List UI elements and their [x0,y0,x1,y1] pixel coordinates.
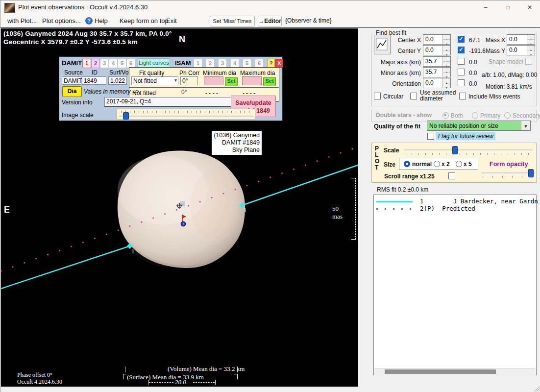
memory-min-dia: - - - - [205,90,218,97]
version-info-label: Version info [62,99,93,106]
col-id: ID [92,69,98,76]
menu-help[interactable]: Help [95,17,108,24]
list-horizontal-scrollbar[interactable] [374,368,536,375]
set-min-button[interactable]: Set [225,77,238,86]
set-max-button[interactable]: Set [263,77,276,86]
circular-label: Circular [383,93,403,100]
major-axis-offset: 0.0 [469,59,477,66]
motion-label: Motion: 3.81 km/s [486,83,532,90]
include-miss-label: Include Miss events [468,93,520,100]
ph-corr-field[interactable]: 0° [180,76,198,85]
size-normal-radio[interactable] [404,161,410,167]
damit-model-4[interactable]: 4 [109,59,118,68]
mass-x-label: Mass X [485,37,505,44]
size-normal-label: normal [412,161,432,168]
source-field[interactable]: DAMIT [62,76,81,85]
mass-x-spinner[interactable]: 0.0 [507,34,535,45]
help-icon: ? [85,17,93,24]
scrollbar-thumb[interactable] [385,369,496,374]
id-field[interactable]: 1849 [82,76,106,85]
memory-ph-corr: 0° [181,89,187,96]
center-y-checkbox[interactable] [458,47,465,53]
damit-model-1[interactable]: 1 [82,59,91,68]
menu-with-plot[interactable]: with Plot... [7,17,37,24]
center-y-offset: -191.6 [469,48,486,54]
size-x2-radio[interactable] [434,161,440,167]
form-opacity-slider[interactable] [482,168,535,179]
image-scale-slider[interactable] [117,109,255,120]
close-button[interactable]: ✕ [521,1,538,13]
minor-axis-checkbox[interactable] [458,69,465,75]
resize-grip-icon[interactable] [535,387,540,392]
phase-offset-label: Phase offset 0° [17,371,52,379]
menu-exit[interactable]: Exit [166,17,177,24]
spinner-arrows-icon[interactable] [442,35,450,44]
best-fit-button[interactable] [374,35,391,54]
size-x5-radio[interactable] [456,161,462,167]
scale-slider-thumb[interactable] [452,146,458,154]
sky-plane-plot: (1036) Ganymed 2024 Aug 30 35.7 x 35.7 k… [0,28,358,387]
orientation-checkbox[interactable] [458,79,465,86]
use-assumed-label: Use assumed diameter [420,90,456,101]
plot-letter-l: L [375,151,378,158]
center-y-spinner[interactable]: 0.0 [423,45,451,55]
minimize-button[interactable]: – [477,1,494,13]
observations-listbox[interactable]: 1 J Bardecker, near Gardn 2(P) Predicted [373,195,537,375]
double-stars-both-label: Both [451,112,463,119]
size-x5-label: x 5 [464,161,472,168]
major-axis-label: Major axis (km) [378,59,421,66]
double-stars-secondary-radio[interactable] [504,112,511,119]
dia-button[interactable]: Dia [62,86,82,97]
values-in-memory-label: Values in memory => [84,88,139,95]
light-curves-button[interactable]: Light curves [138,58,170,68]
size-label: Size [384,161,395,168]
center-x-spinner[interactable]: 0.0 [423,34,451,45]
mass-y-spinner[interactable]: 0.0 [507,45,535,55]
editor-button[interactable]: →Editor [258,16,282,26]
dropdown-arrow-icon[interactable] [521,121,530,130]
major-axis-spinner[interactable]: 35.7 [423,56,451,67]
circular-checkbox[interactable] [374,93,381,99]
set-miss-times-button[interactable]: Set 'Miss' Times [210,16,255,26]
flag-review-checkbox[interactable] [427,133,434,140]
center-x-checkbox[interactable] [458,36,465,43]
info-line-3: Sky Plane [214,147,260,154]
panel-close-button[interactable]: X [275,59,283,68]
observation-row[interactable]: 2(P) Predicted [420,205,475,212]
center-x-offset: 67.1 [469,37,480,44]
chord-line-right [242,165,359,205]
surfvol-field[interactable]: 1.022 [108,76,127,85]
plot-letter-t: T [375,164,378,171]
plot-letter-o: O [375,158,379,165]
damit-model-5[interactable]: 5 [118,59,126,68]
double-stars-both-radio[interactable] [442,112,449,119]
panel-help-button[interactable]: ? [267,59,275,68]
use-assumed-checkbox[interactable] [410,93,417,99]
damit-panel: DAMIT 1 2 3 4 5 6 Light curves ISAM 1 2 … [59,56,283,121]
scale-slider[interactable] [404,145,533,156]
menu-keep-on-top[interactable]: Keep form on top [120,17,169,24]
maximize-button[interactable]: □ [499,1,516,13]
min-dia-field[interactable] [204,76,223,85]
minor-axis-spinner[interactable]: 35.7 [423,67,451,77]
double-stars-primary-radio[interactable] [472,112,478,119]
damit-model-3[interactable]: 3 [100,59,109,68]
fit-quality-dropdown[interactable]: Not fitted ▾ [131,76,178,85]
include-miss-checkbox[interactable] [459,93,466,99]
image-scale-thumb[interactable] [123,112,129,120]
observation-row[interactable]: 1 J Bardecker, near Gardn [420,197,538,205]
major-axis-checkbox[interactable] [458,58,465,65]
rms-fit-label: RMS fit 0.2 ±0.0 km [377,186,428,193]
shape-model-checkbox[interactable] [525,58,532,65]
menu-plot-options[interactable]: Plot options... [42,17,81,24]
quality-dropdown[interactable]: No reliable position or size [427,121,531,131]
scroll-range-checkbox[interactable] [448,172,455,179]
damit-model-2[interactable]: 2 [91,59,100,68]
flag-review-label: Flag for future review [436,132,495,140]
max-dia-field[interactable] [242,76,262,85]
plot-header-line2: Geocentric X 3579.7 ±0.2 Y -573.6 ±0.5 k… [3,38,138,46]
form-opacity-thumb[interactable] [528,169,534,177]
orientation-spinner[interactable]: 0.0 [423,78,451,88]
ab-dmag-label: a/b: 1.00, dMag: 0.00 [482,72,537,78]
dropdown-arrow-icon: ▾ [174,77,177,83]
